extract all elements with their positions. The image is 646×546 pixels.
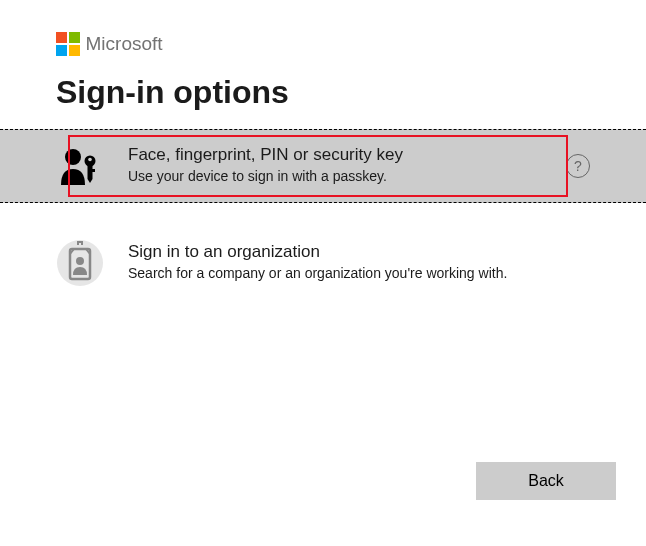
svg-point-7	[76, 257, 84, 265]
passkey-icon	[56, 142, 104, 190]
svg-point-2	[88, 157, 92, 161]
option-passkey-title: Face, fingerprint, PIN or security key	[128, 145, 542, 165]
help-icon[interactable]: ?	[566, 154, 590, 178]
brand-row: Microsoft	[56, 32, 590, 56]
option-organization[interactable]: Sign in to an organization Search for a …	[0, 227, 646, 299]
organization-badge-icon	[56, 239, 104, 287]
option-passkey[interactable]: Face, fingerprint, PIN or security key U…	[0, 129, 646, 203]
svg-point-0	[65, 149, 81, 165]
page-title: Sign-in options	[56, 74, 590, 111]
svg-rect-4	[91, 169, 95, 172]
option-organization-title: Sign in to an organization	[128, 242, 590, 262]
header: Microsoft Sign-in options	[0, 32, 646, 111]
option-passkey-text: Face, fingerprint, PIN or security key U…	[128, 145, 542, 186]
option-organization-text: Sign in to an organization Search for a …	[128, 242, 590, 283]
back-button[interactable]: Back	[476, 462, 616, 500]
footer: Back	[476, 462, 616, 500]
microsoft-logo-icon	[56, 32, 80, 56]
signin-options-panel: Microsoft Sign-in options Face, fingerpr…	[0, 0, 646, 299]
option-passkey-desc: Use your device to sign in with a passke…	[128, 167, 542, 186]
option-organization-desc: Search for a company or an organization …	[128, 264, 590, 283]
brand-label: Microsoft	[86, 33, 163, 55]
